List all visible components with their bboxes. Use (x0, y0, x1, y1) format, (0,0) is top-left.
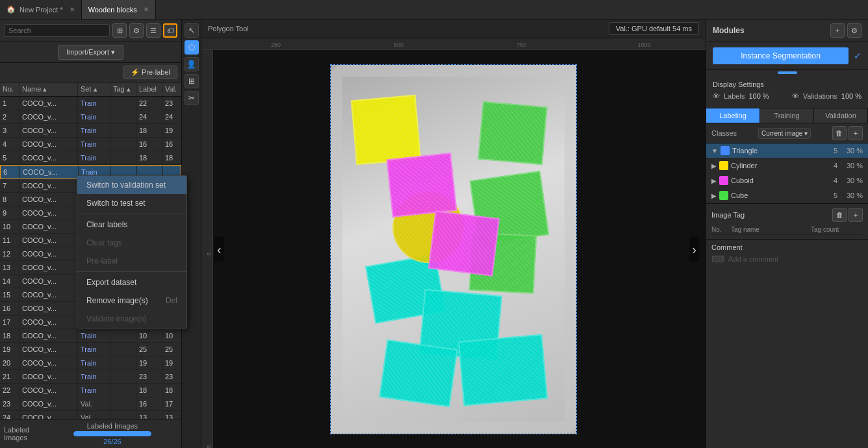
cell-no: 1 (0, 97, 19, 110)
grid-tool[interactable]: ⊞ (185, 74, 199, 88)
tag-icon[interactable]: 🏷 (163, 23, 177, 38)
cell-no: 20 (0, 356, 19, 369)
search-input[interactable] (4, 24, 110, 37)
home-icon: 🏠 (6, 5, 16, 14)
block-magenta-1 (387, 153, 457, 218)
image-grid-icon[interactable]: ⊞ (112, 23, 127, 38)
context-menu-item[interactable]: Switch to validation set (77, 176, 186, 194)
tab-labeling[interactable]: Labeling (706, 108, 760, 123)
table-row[interactable]: 1 COCO_v... Train 22 23 (0, 97, 181, 110)
current-image-select[interactable]: Current image ▾ (758, 128, 811, 139)
class-row[interactable]: ▶ Cuboid 4 30 % (706, 173, 868, 188)
cell-label: 10 (136, 329, 162, 342)
cell-name: COCO_v... (19, 179, 78, 192)
class-row[interactable]: ▶ Cylinder 4 30 % (706, 158, 868, 173)
table-row[interactable]: 23 COCO_v... Val. 16 17 (0, 397, 181, 411)
pre-label-bar: ⚡ Pre-label (0, 63, 181, 82)
cell-tag (110, 151, 136, 164)
class-pct: 30 % (840, 162, 863, 169)
import-export-button[interactable]: Import/Export ▾ (58, 45, 123, 60)
cell-name: COCO_v... (19, 206, 78, 219)
context-menu-item[interactable]: Clear labels (77, 216, 186, 234)
tab-validation[interactable]: Validation (814, 108, 868, 123)
table-row[interactable]: 4 COCO_v... Train 16 16 (0, 138, 181, 151)
table-row[interactable]: 20 COCO_v... Train 19 19 (0, 356, 181, 370)
cell-name: COCO_v... (19, 329, 78, 342)
top-bar: 🏠 New Project * ✕ Wooden blocks ✕ (0, 0, 868, 19)
polygon-tool[interactable]: ⬠ (185, 40, 199, 55)
cell-name: COCO_v... (19, 288, 78, 301)
cell-label: 24 (136, 110, 162, 123)
canvas-area: Polygon Tool Val.: GPU default 54 ms 250… (201, 19, 706, 448)
tag-col-no: No. (711, 226, 731, 233)
col-name[interactable]: Name ▴ (19, 82, 78, 96)
cell-tag (110, 343, 136, 356)
cell-name: COCO_v... (19, 275, 78, 288)
cell-set: Train (78, 356, 110, 369)
cell-label: 16 (136, 138, 162, 151)
person-tool[interactable]: 👤 (185, 57, 199, 71)
modules-header: Modules + ⚙ (706, 19, 868, 42)
pre-label-button[interactable]: ⚡ Pre-label (123, 66, 177, 79)
table-row[interactable]: 18 COCO_v... Train 10 10 (0, 329, 181, 343)
tab-wooden-blocks[interactable]: Wooden blocks ✕ (82, 0, 156, 19)
nav-prev[interactable]: ‹ (214, 236, 224, 262)
cell-name: COCO_v... (19, 397, 78, 410)
table-row[interactable]: 5 COCO_v... Train 18 18 (0, 151, 181, 165)
cell-no: 24 (0, 411, 19, 419)
tab-new-project[interactable]: 🏠 New Project * ✕ (0, 0, 82, 19)
eye-icon-validations: 👁 (792, 92, 799, 100)
table-row[interactable]: 2 COCO_v... Train 24 24 (0, 110, 181, 124)
tab-training[interactable]: Training (760, 108, 814, 123)
cell-tag (110, 411, 136, 419)
cell-no: 23 (0, 397, 19, 410)
table-row[interactable]: 21 COCO_v... Train 23 23 (0, 370, 181, 384)
cell-no: 4 (0, 138, 19, 151)
eye-icon-labels: 👁 (713, 92, 720, 100)
nav-next[interactable]: › (689, 236, 699, 262)
delete-tag-btn[interactable]: 🗑 (832, 208, 847, 222)
class-row[interactable]: ▼ Triangle 5 30 % (706, 143, 868, 158)
instance-seg-button[interactable]: Instance Segmentation (713, 47, 849, 64)
cell-set: Val. (78, 411, 110, 419)
classes-label: Classes (711, 129, 737, 137)
col-set[interactable]: Set ▴ (78, 82, 110, 96)
add-module-btn[interactable]: + (830, 23, 845, 38)
close-tab-new-project[interactable]: ✕ (70, 6, 75, 13)
table-header: No. Name ▴ Set ▴ Tag ▴ Label Val. (0, 82, 181, 97)
add-class-btn[interactable]: + (849, 126, 863, 140)
filter-icon[interactable]: ⚙ (129, 23, 144, 38)
table-row[interactable]: 24 COCO_v... Val. 13 13 (0, 411, 181, 419)
settings-module-btn[interactable]: ⚙ (847, 23, 862, 38)
context-menu-item[interactable]: Remove image(s)Del (77, 292, 186, 310)
image-tag-section: Image Tag 🗑 + No. Tag name Tag count (706, 203, 868, 239)
expand-arrow: ▶ (711, 192, 717, 199)
canvas-content[interactable]: 5 5 ‹ (201, 50, 706, 448)
class-name: Cuboid (731, 177, 822, 184)
cut-tool[interactable]: ✂ (185, 91, 199, 105)
list-icon[interactable]: ☰ (146, 23, 160, 38)
cursor-tool[interactable]: ↖ (185, 23, 199, 38)
cell-val: 18 (162, 151, 181, 164)
table-row[interactable]: 19 COCO_v... Train 25 25 (0, 343, 181, 356)
class-color (721, 146, 730, 155)
table-row[interactable]: 3 COCO_v... Train 18 19 (0, 124, 181, 138)
table-row[interactable]: 22 COCO_v... Train 18 18 (0, 384, 181, 397)
labeled-images-label: Labeled Images (4, 426, 42, 442)
context-menu-item[interactable]: Switch to test set (77, 194, 186, 212)
col-tag[interactable]: Tag ▴ (110, 82, 136, 96)
check-icon: ✓ (854, 51, 862, 61)
class-row[interactable]: ▶ Cube 5 30 % (706, 188, 868, 203)
col-label[interactable]: Label (136, 82, 162, 96)
cell-set: Train (78, 110, 110, 123)
col-val[interactable]: Val. (162, 82, 181, 96)
cell-no: 10 (0, 220, 19, 233)
cell-no: 3 (0, 124, 19, 137)
main-layout: ⊞ ⚙ ☰ 🏷 Import/Export ▾ ⚡ Pre-label No. … (0, 19, 868, 448)
close-tab-wooden-blocks[interactable]: ✕ (144, 6, 149, 13)
context-menu-item[interactable]: Export dataset (77, 273, 186, 292)
cell-val: 19 (162, 356, 181, 369)
delete-class-btn[interactable]: 🗑 (832, 126, 847, 140)
add-tag-btn[interactable]: + (849, 208, 863, 222)
context-menu-item: Validate image(s) (77, 310, 186, 328)
